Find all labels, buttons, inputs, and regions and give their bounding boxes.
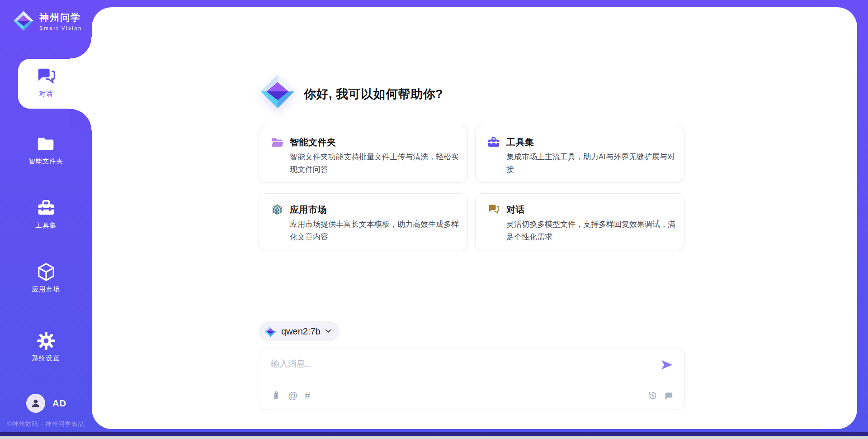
attach-file-button[interactable]: [271, 391, 281, 401]
folder-open-icon: [271, 136, 283, 148]
person-icon: [30, 397, 42, 409]
message-composer: @ #: [259, 348, 685, 410]
card-title: 工具集: [506, 136, 534, 148]
hash-icon: #: [305, 391, 310, 401]
brand-logo: 神州问学 Smart Vision: [13, 10, 82, 32]
brand-subtitle: Smart Vision: [39, 25, 82, 31]
sidebar-item-chat[interactable]: 对话: [0, 66, 92, 98]
sidebar-item-label: 智能文件夹: [28, 157, 64, 166]
card-toolset[interactable]: 工具集 集成市场上主流工具，助力AI与外界无缝扩展与对接: [475, 126, 684, 183]
sidebar-item-label: 应用市场: [32, 285, 60, 294]
sidebar-item-app-market[interactable]: 应用市场: [0, 262, 92, 294]
user-account[interactable]: AD: [26, 394, 66, 413]
paperclip-icon: [271, 391, 281, 401]
diamond-logo-icon: [13, 10, 34, 32]
composer-divider: [269, 384, 675, 384]
history-icon: [647, 391, 657, 401]
at-icon: @: [288, 391, 297, 401]
brand-name: 神州问学: [39, 11, 82, 24]
hero-diamond-logo-icon: [259, 72, 296, 110]
card-chat[interactable]: 对话 灵活切换多模型文件，支持多样回复效果调试，满足个性化需求: [475, 193, 684, 250]
avatar: [26, 394, 45, 413]
card-title: 应用市场: [290, 204, 327, 216]
toolbox-icon: [36, 198, 57, 219]
card-title: 智能文件夹: [290, 136, 336, 148]
window-edge-dark: [0, 432, 868, 436]
chevron-down-icon: [325, 329, 331, 334]
new-chat-button[interactable]: [664, 391, 674, 401]
card-title: 对话: [506, 204, 525, 216]
sidebar-item-settings[interactable]: 系统设置: [0, 330, 92, 363]
sidebar-tab-fillet-bottom: [70, 109, 92, 130]
card-description: 智能文件夹功能支持批量文件上传与清洗，轻松实现文件问答: [290, 151, 461, 176]
mention-button[interactable]: @: [288, 391, 297, 401]
sidebar-item-smart-folder[interactable]: 智能文件夹: [0, 134, 92, 166]
folder-icon: [36, 134, 57, 154]
sidebar-item-toolset[interactable]: 工具集: [0, 198, 92, 230]
card-description: 集成市场上主流工具，助力AI与外界无缝扩展与对接: [506, 151, 677, 176]
copyright-text: ©神州数码 · 神州问学出品: [7, 420, 85, 428]
chat-icon: [36, 66, 57, 87]
card-smart-folder[interactable]: 智能文件夹 智能文件夹功能支持批量文件上传与清洗，轻松实现文件问答: [259, 126, 468, 183]
cube-icon: [36, 262, 57, 282]
card-description: 灵活切换多模型文件，支持多样回复效果调试，满足个性化需求: [506, 218, 677, 243]
sidebar-item-label: 工具集: [35, 221, 57, 230]
send-icon[interactable]: [660, 358, 674, 372]
sidebar-item-label: 对话: [39, 90, 53, 98]
cube-grid-icon: [271, 203, 283, 216]
model-diamond-icon: [264, 325, 277, 338]
briefcase-icon: [487, 136, 500, 148]
sidebar-tab-fillet-top: [70, 37, 92, 59]
model-name: qwen2:7b: [281, 326, 321, 337]
message-input[interactable]: [271, 355, 642, 372]
user-name: AD: [52, 398, 66, 409]
history-button[interactable]: [647, 391, 657, 401]
greeting-title: 你好, 我可以如何帮助你?: [304, 86, 443, 102]
card-app-market[interactable]: 应用市场 应用市场提供丰富长文本模板，助力高效生成多样化文章内容: [259, 193, 468, 250]
gear-icon: [36, 330, 57, 351]
chat-bubble-icon: [664, 391, 674, 401]
sidebar-item-label: 系统设置: [32, 354, 60, 363]
model-selector[interactable]: qwen2:7b: [259, 321, 340, 341]
app-window: 神州问学 Smart Vision 对话 智能文件夹 工具集: [0, 0, 868, 439]
chat-icon: [487, 203, 500, 216]
topic-button[interactable]: #: [305, 391, 310, 401]
window-edge-light: [0, 436, 868, 439]
card-description: 应用市场提供丰富长文本模板，助力高效生成多样化文章内容: [290, 218, 461, 243]
